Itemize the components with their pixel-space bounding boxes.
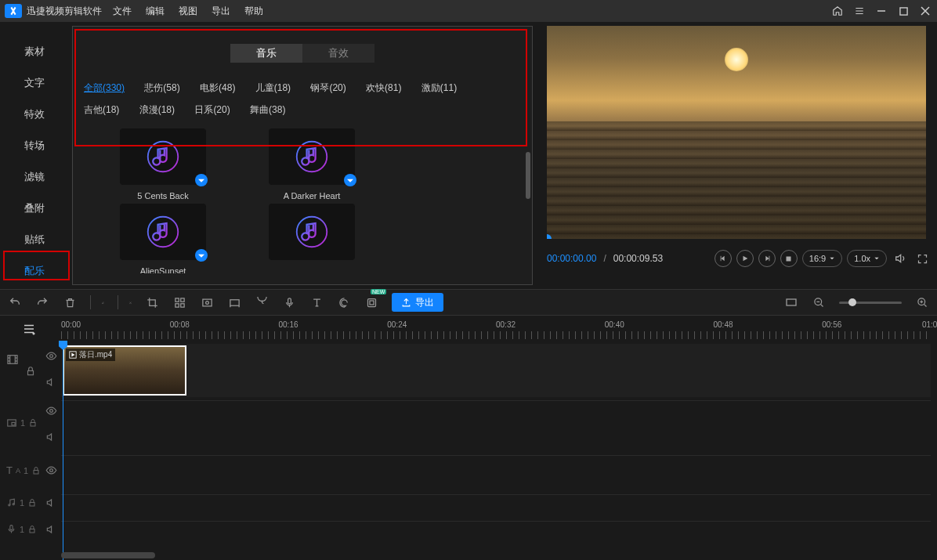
menu-file[interactable]: 文件 (113, 5, 132, 18)
cat-romance[interactable]: 浪漫(18) (139, 99, 175, 121)
menu-view[interactable]: 视图 (179, 5, 197, 18)
svg-rect-30 (12, 422, 15, 425)
crop-button[interactable] (145, 295, 159, 309)
cat-happy[interactable]: 欢快(81) (366, 77, 401, 99)
add-track-button[interactable] (22, 322, 36, 338)
tab-sfx[interactable]: 音效 (302, 44, 374, 63)
green-screen-button[interactable] (364, 295, 378, 309)
svg-point-26 (50, 355, 53, 358)
next-frame-button[interactable] (758, 250, 776, 267)
redo-button[interactable] (35, 295, 49, 309)
horizontal-scrollbar[interactable] (61, 552, 155, 558)
video-clip[interactable]: 落日.mp4 (63, 345, 186, 396)
eye-icon[interactable] (45, 405, 57, 419)
download-icon[interactable] (195, 249, 208, 262)
zoom-out-button[interactable] (812, 295, 826, 309)
cat-guitar[interactable]: 吉他(18) (84, 99, 119, 121)
voice-button[interactable] (282, 295, 296, 309)
video-track[interactable] (61, 344, 931, 397)
cut-button[interactable] (118, 295, 132, 309)
sidebar-item-filter[interactable]: 滤镜 (0, 161, 69, 193)
music-card[interactable]: A Darker Heart (237, 128, 386, 201)
sidebar-item-text[interactable]: 文字 (0, 67, 69, 99)
scrollbar[interactable] (526, 152, 530, 199)
cat-all[interactable]: 全部(330) (84, 77, 125, 99)
sidebar-item-transition[interactable]: 转场 (0, 130, 69, 161)
svg-rect-20 (370, 301, 374, 305)
cat-movie[interactable]: 电影(48) (200, 77, 235, 99)
text-tool-button[interactable] (309, 295, 324, 309)
text-track[interactable] (61, 455, 931, 494)
sidebar-item-media[interactable]: 素材 (0, 36, 69, 67)
video-preview[interactable] (547, 26, 926, 239)
svg-point-2 (297, 142, 327, 172)
fit-button[interactable] (784, 295, 798, 309)
tab-music[interactable]: 音乐 (230, 44, 302, 63)
music-title: 5 Cents Back (89, 191, 237, 201)
clip-label: 落日.mp4 (66, 349, 115, 361)
undo-button[interactable] (8, 295, 22, 309)
volume-icon[interactable] (892, 250, 909, 267)
aspect-ratio-select[interactable]: 16:9 (802, 250, 842, 267)
svg-point-15 (205, 301, 208, 304)
cat-dance[interactable]: 舞曲(38) (250, 99, 285, 121)
svg-rect-21 (787, 299, 796, 305)
music-grid: 5 Cents Back A Darker Heart AlienSunset (73, 121, 532, 273)
music-card[interactable] (237, 204, 386, 273)
download-icon[interactable] (344, 174, 356, 186)
film-icon (6, 353, 19, 368)
speed-button[interactable] (227, 295, 241, 309)
cat-piano[interactable]: 钢琴(20) (310, 77, 345, 99)
timeline: 00:00 00:08 00:16 00:24 00:32 00:40 00:4… (0, 316, 937, 560)
lock-icon[interactable] (25, 366, 36, 377)
play-button[interactable] (736, 250, 754, 267)
delete-button[interactable] (63, 295, 77, 309)
eye-icon[interactable] (45, 464, 57, 479)
time-current: 00:00:00.00 (547, 253, 596, 264)
home-icon[interactable] (830, 4, 845, 18)
highlight-box (3, 251, 70, 280)
cat-kids[interactable]: 儿童(18) (255, 77, 291, 99)
cat-motivate[interactable]: 激励(11) (421, 77, 457, 99)
music-card[interactable]: AlienSunset (89, 204, 237, 273)
fullscreen-icon[interactable] (913, 250, 931, 267)
timeline-ruler[interactable]: 00:00 00:08 00:16 00:24 00:32 00:40 00:4… (61, 320, 931, 341)
svg-rect-13 (180, 303, 183, 306)
download-icon[interactable] (195, 174, 208, 186)
music-card[interactable]: 5 Cents Back (89, 128, 237, 201)
subtitle-button[interactable] (337, 295, 351, 309)
speaker-icon[interactable] (45, 377, 56, 390)
speaker-icon[interactable] (45, 524, 56, 537)
close-icon[interactable] (918, 4, 932, 18)
audio-track-label: 1 (6, 497, 37, 508)
hamburger-icon[interactable] (852, 4, 866, 18)
speaker-icon[interactable] (45, 432, 56, 445)
pip-track[interactable] (61, 400, 931, 439)
sidebar-item-overlay[interactable]: 叠附 (0, 193, 69, 224)
duration-button[interactable] (255, 295, 269, 309)
menu-edit[interactable]: 编辑 (146, 5, 165, 18)
speaker-icon[interactable] (45, 497, 56, 511)
time-duration: 00:00:09.53 (613, 253, 663, 264)
freeze-button[interactable] (200, 295, 214, 309)
speed-select[interactable]: 1.0x (847, 250, 887, 267)
timeline-playhead[interactable] (63, 341, 63, 560)
minimize-icon[interactable] (874, 4, 888, 18)
stop-button[interactable] (780, 250, 798, 267)
zoom-in-button[interactable] (915, 295, 929, 309)
edit-button[interactable] (90, 295, 104, 309)
menu-export[interactable]: 导出 (212, 5, 230, 18)
cat-sad[interactable]: 悲伤(58) (144, 77, 179, 99)
prev-frame-button[interactable] (715, 250, 732, 267)
mosaic-button[interactable] (172, 295, 186, 309)
eye-icon[interactable] (45, 350, 57, 364)
zoom-slider[interactable] (839, 302, 902, 304)
text-track-label: TA1 (6, 464, 41, 476)
menu-help[interactable]: 帮助 (244, 5, 263, 18)
maximize-icon[interactable] (896, 4, 910, 18)
cat-japan[interactable]: 日系(20) (194, 99, 230, 121)
main-area: 素材 文字 特效 转场 滤镜 叠附 贴纸 配乐 音乐 音效 全部(330) 悲伤… (0, 22, 937, 289)
export-button[interactable]: 导出 (392, 293, 443, 312)
record-track[interactable] (61, 521, 931, 560)
sidebar-item-effects[interactable]: 特效 (0, 99, 69, 130)
